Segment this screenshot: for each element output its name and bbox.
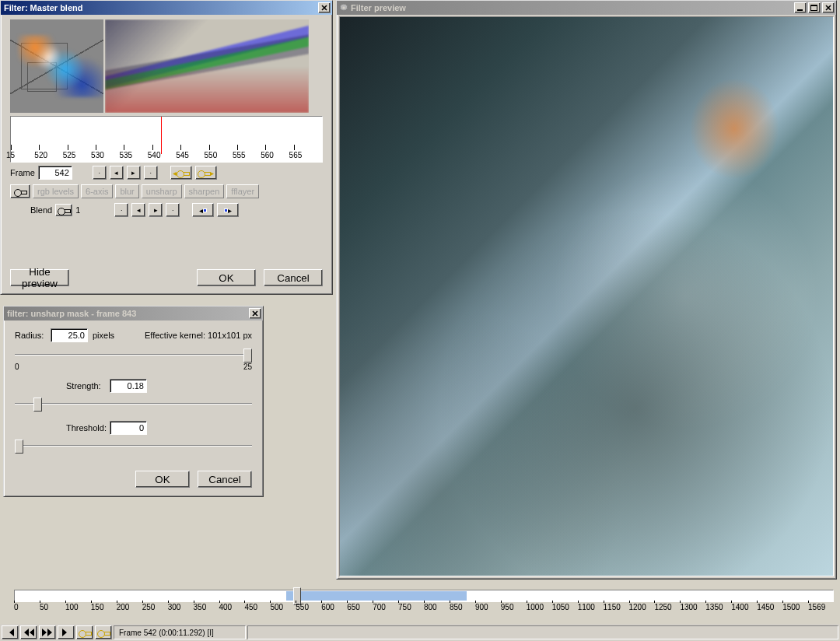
key-prev-button[interactable]	[76, 625, 93, 639]
blend-row: Blend 1 · ◂ ▸ · ◂ ▸	[10, 203, 323, 217]
master-body: 15 520 525 530 535 540 545 550 555 560 5…	[1, 15, 332, 222]
prev-button[interactable]: ◂	[110, 166, 124, 180]
radius-input[interactable]	[51, 328, 88, 342]
next-button[interactable]: ▸	[127, 166, 141, 180]
key-next-button[interactable]	[95, 625, 112, 639]
tab-6-axis[interactable]: 6-axis	[81, 184, 113, 198]
threshold-thumb[interactable]	[15, 440, 23, 454]
go-start-button[interactable]	[2, 625, 19, 639]
radius-slider[interactable]	[15, 347, 252, 363]
blend-key-icon[interactable]	[55, 204, 72, 216]
master-title: Filter: Master blend	[2, 3, 317, 12]
waveform-scope	[105, 19, 309, 113]
blend-next-fast[interactable]: ·	[166, 203, 180, 217]
ok-button[interactable]: OK	[135, 471, 190, 488]
strength-slider[interactable]	[15, 396, 252, 412]
key-toggle[interactable]	[10, 184, 30, 198]
go-end-button[interactable]	[58, 625, 75, 639]
gear-icon	[338, 2, 349, 13]
tab-fflayer[interactable]: fflayer	[226, 184, 259, 198]
preview-titlebar[interactable]: Filter preview	[337, 1, 836, 15]
master-buttons: Hide preview OK Cancel	[10, 269, 323, 286]
status-empty	[247, 625, 838, 639]
next-key-button[interactable]: ▸	[195, 166, 217, 180]
blend-next[interactable]: ▸	[149, 203, 163, 217]
blend-prev[interactable]: ◂	[131, 203, 145, 217]
strength-label: Strength:	[66, 381, 105, 391]
unsharp-titlebar[interactable]: filter: unsharp mask - frame 843	[4, 306, 263, 320]
unsharp-body: Radius: pixels Effective kernel: 101x101…	[4, 320, 263, 496]
unsharp-window: filter: unsharp mask - frame 843 Radius:…	[3, 306, 264, 497]
master-blend-window: Filter: Master blend 15 520 525 530 535 …	[0, 0, 333, 295]
unsharp-buttons: OK Cancel	[15, 471, 252, 488]
ruler-selection[interactable]	[286, 591, 466, 601]
unsharp-title: filter: unsharp mask - frame 843	[5, 309, 247, 318]
blend-prev-key[interactable]: ◂	[192, 203, 214, 217]
close-button[interactable]	[822, 2, 835, 13]
scopes-row	[10, 19, 323, 113]
timeline-ticks: 15 520 525 530 535 540 545 550 555 560 5…	[11, 145, 322, 162]
radius-thumb[interactable]	[243, 349, 252, 363]
status-bar: Frame 542 (0:00:11.292) [I]	[0, 624, 840, 641]
blend-prev-fast[interactable]: ·	[114, 203, 128, 217]
status-frame: Frame 542 (0:00:11.292) [I]	[114, 625, 246, 639]
radius-label: Radius:	[15, 331, 46, 340]
preview-content	[339, 16, 834, 576]
close-button[interactable]	[249, 308, 261, 319]
svg-point-0	[343, 7, 345, 9]
prev-fast-button[interactable]: ·	[93, 166, 107, 180]
tab-unsharp[interactable]: unsharp	[142, 184, 182, 198]
threshold-row: Threshold:	[15, 421, 252, 435]
cancel-button[interactable]: Cancel	[198, 471, 252, 488]
svg-rect-1	[797, 9, 803, 11]
step-back-button[interactable]	[20, 625, 37, 639]
threshold-input[interactable]	[110, 421, 147, 435]
cancel-button[interactable]: Cancel	[264, 269, 323, 286]
threshold-label: Threshold:	[66, 423, 105, 433]
threshold-slider[interactable]	[15, 438, 252, 454]
hide-preview-button[interactable]: Hide preview	[10, 269, 69, 286]
next-fast-button[interactable]: ·	[144, 166, 158, 180]
frame-label: Frame	[10, 168, 35, 177]
blend-label: Blend	[30, 205, 52, 215]
radius-unit: pixels	[93, 331, 114, 340]
filter-tabs-row: rgb levels 6-axis blur unsharp sharpen f…	[10, 184, 323, 198]
frame-input[interactable]	[38, 166, 72, 180]
tab-rgb-levels[interactable]: rgb levels	[33, 184, 79, 198]
strength-input[interactable]	[110, 379, 147, 393]
frame-row: Frame · ◂ ▸ · ◂ ▸	[10, 166, 323, 180]
tab-sharpen[interactable]: sharpen	[184, 184, 225, 198]
vectorscope	[10, 19, 103, 113]
strength-row: Strength:	[15, 379, 252, 393]
filter-preview-window: Filter preview	[336, 0, 837, 580]
master-titlebar[interactable]: Filter: Master blend	[1, 1, 332, 15]
minimize-button[interactable]	[794, 2, 807, 13]
svg-rect-3	[810, 5, 817, 6]
close-button[interactable]	[318, 2, 331, 13]
preview-title: Filter preview	[349, 3, 793, 12]
blend-next-key[interactable]: ▸	[217, 203, 239, 217]
timeline-graph[interactable]: 15 520 525 530 535 540 545 550 555 560 5…	[10, 116, 323, 163]
maximize-button[interactable]	[808, 2, 821, 13]
ok-button[interactable]: OK	[197, 269, 256, 286]
ruler-labels: 0501001502002503003504004505005506006507…	[14, 603, 834, 611]
prev-key-button[interactable]: ◂	[170, 166, 192, 180]
radius-range: 0 25	[15, 363, 252, 371]
tab-blur[interactable]: blur	[115, 184, 138, 198]
strength-thumb[interactable]	[33, 398, 42, 412]
step-fwd-button[interactable]	[39, 625, 56, 639]
frame-ruler: 0501001502002503003504004505005506006507…	[14, 590, 834, 613]
radius-row: Radius: pixels Effective kernel: 101x101…	[15, 328, 252, 342]
preview-image	[340, 17, 833, 576]
kernel-label: Effective kernel: 101x101 px	[145, 331, 252, 340]
blend-value: 1	[75, 205, 86, 215]
